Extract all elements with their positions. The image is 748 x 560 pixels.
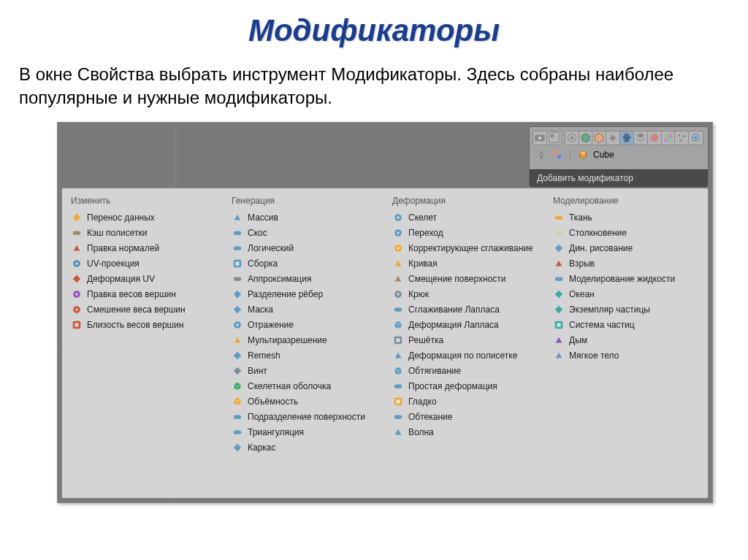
modifier-item-edge-split[interactable]: Разделение рёбер bbox=[229, 287, 381, 302]
multires-icon bbox=[232, 334, 243, 346]
svg-point-24 bbox=[75, 309, 78, 312]
tab-layers-icon[interactable] bbox=[547, 131, 561, 145]
normals-edit-icon bbox=[71, 242, 83, 254]
tab-world-icon[interactable] bbox=[579, 131, 593, 145]
pin-icon[interactable] bbox=[535, 149, 547, 161]
modifier-menu: ИзменитьПеренос данныхКэш полисеткиПравк… bbox=[61, 188, 709, 499]
modifier-item-smooth[interactable]: Гладко bbox=[389, 394, 541, 410]
particle-system-icon bbox=[553, 319, 565, 331]
modifier-item-remesh[interactable]: Remesh bbox=[229, 348, 381, 364]
menu-column: ДеформацияСкелетПереходКорректирующее сг… bbox=[385, 193, 546, 494]
edge-split-icon bbox=[232, 288, 243, 300]
modifier-item-mesh-deform[interactable]: Деформация по полисетке bbox=[389, 348, 541, 364]
svg-rect-34 bbox=[234, 415, 242, 419]
modifier-item-explode[interactable]: Взрыв bbox=[550, 256, 702, 272]
svg-rect-53 bbox=[555, 277, 563, 281]
vert-weight-prox-icon bbox=[71, 319, 83, 331]
modifier-item-vert-weight-edit[interactable]: Правка весов вершин bbox=[68, 287, 220, 302]
modifier-item-mirror[interactable]: Отражение bbox=[229, 318, 381, 333]
modifier-item-wireframe[interactable]: Каркас bbox=[229, 440, 381, 456]
tab-data-icon[interactable] bbox=[634, 131, 648, 145]
modifier-item-build[interactable]: Сборка bbox=[229, 256, 381, 272]
modifier-item-laplacian-deform[interactable]: Деформация Лапласа bbox=[389, 318, 541, 333]
column-header: Моделирование bbox=[550, 193, 702, 210]
modifier-item-curve[interactable]: Кривая bbox=[389, 256, 541, 272]
modifier-item-mask[interactable]: Маска bbox=[229, 302, 381, 318]
explode-icon bbox=[553, 258, 565, 269]
modifier-item-skin[interactable]: Скелетная оболочка bbox=[229, 379, 381, 394]
svg-point-6 bbox=[581, 134, 589, 142]
svg-rect-55 bbox=[557, 323, 560, 327]
modifier-item-corrective-smooth[interactable]: Корректирующее сглаживание bbox=[389, 241, 541, 256]
modifier-item-boolean[interactable]: Логический bbox=[229, 241, 381, 256]
modifier-item-cast[interactable]: Переход bbox=[389, 226, 541, 241]
vert-weight-edit-icon bbox=[71, 288, 83, 300]
ocean-icon bbox=[553, 288, 565, 300]
tab-physics-icon[interactable] bbox=[689, 131, 703, 145]
svg-rect-27 bbox=[234, 231, 242, 235]
mesh-deform-icon bbox=[392, 350, 404, 361]
modifier-item-decimate[interactable]: Аппроксимация bbox=[229, 272, 381, 287]
modifier-item-uv-warp[interactable]: Деформация UV bbox=[68, 272, 220, 287]
tab-modifiers-icon[interactable] bbox=[620, 131, 634, 145]
modifier-item-fluid[interactable]: Моделирование жидкости bbox=[550, 272, 702, 287]
particle-instance-icon bbox=[553, 304, 565, 315]
modifier-label: Мультиразрешение bbox=[248, 335, 327, 345]
modifier-item-screw[interactable]: Винт bbox=[229, 364, 381, 379]
modifier-item-triangulate[interactable]: Триангуляция bbox=[229, 425, 381, 440]
modifier-item-particle-system[interactable]: Система частиц bbox=[550, 318, 702, 333]
modifier-item-lattice[interactable]: Решётка bbox=[389, 333, 541, 348]
modifier-label: Корректирующее сглаживание bbox=[408, 243, 533, 253]
modifier-label: Простая деформация bbox=[408, 381, 497, 391]
tab-render-icon[interactable] bbox=[533, 131, 547, 145]
modifier-item-subsurf[interactable]: Подразделение поверхности bbox=[229, 410, 381, 425]
tab-particles-icon[interactable] bbox=[675, 131, 689, 145]
svg-rect-28 bbox=[234, 247, 242, 250]
modifier-label: Каркас bbox=[248, 442, 276, 453]
tab-object-icon[interactable] bbox=[592, 131, 606, 145]
modifier-item-normals-edit[interactable]: Правка нормалей bbox=[68, 241, 220, 256]
modifier-label: Смешение веса вершин bbox=[87, 304, 186, 315]
modifier-item-wave[interactable]: Волна bbox=[389, 425, 541, 440]
tab-constraints-icon[interactable] bbox=[606, 131, 620, 145]
column-header: Изменить bbox=[68, 193, 220, 210]
modifier-item-data-transfer[interactable]: Перенос данных bbox=[68, 210, 220, 226]
bevel-icon bbox=[232, 227, 243, 239]
modifier-item-cloth[interactable]: Ткань bbox=[550, 210, 702, 226]
modifier-item-uv-project[interactable]: UV-проекция bbox=[68, 256, 220, 272]
modifier-item-hook[interactable]: Крюк bbox=[389, 287, 541, 302]
modifier-item-laplacian-smooth[interactable]: Сглаживание Лапласа bbox=[389, 302, 541, 318]
modifier-label: Океан bbox=[569, 289, 595, 299]
modifier-item-warp[interactable]: Обтекание bbox=[389, 410, 541, 425]
modifier-item-solidify[interactable]: Объёмность bbox=[229, 394, 381, 410]
modifier-item-particle-instance[interactable]: Экземпляр частицы bbox=[550, 302, 702, 318]
tab-texture-icon[interactable] bbox=[662, 131, 676, 145]
modifier-item-collision[interactable]: Столкновение bbox=[550, 226, 702, 241]
modifier-item-multires[interactable]: Мультиразрешение bbox=[229, 333, 381, 348]
modifier-label: Взрыв bbox=[569, 258, 595, 269]
svg-rect-10 bbox=[668, 138, 673, 142]
modifier-item-soft-body[interactable]: Мягкое тело bbox=[550, 348, 702, 364]
modifier-item-mesh-cache[interactable]: Кэш полисетки bbox=[68, 226, 220, 241]
modifier-item-armature[interactable]: Скелет bbox=[389, 210, 541, 226]
modifier-item-ocean[interactable]: Океан bbox=[550, 287, 702, 302]
modifier-item-simple-deform[interactable]: Простая деформация bbox=[389, 379, 541, 394]
modifier-item-smoke[interactable]: Дым bbox=[550, 333, 702, 348]
modifier-item-dynamic-paint[interactable]: Дин. рисование bbox=[550, 241, 702, 256]
screw-icon bbox=[232, 365, 243, 377]
modifier-item-shrinkwrap[interactable]: Обтягивание bbox=[389, 364, 541, 379]
curve-icon bbox=[392, 258, 404, 269]
modifier-item-displace[interactable]: Смещение поверхности bbox=[389, 272, 541, 287]
svg-point-17 bbox=[557, 155, 561, 158]
cube-icon bbox=[577, 149, 589, 161]
modifier-item-array[interactable]: Массив bbox=[229, 210, 381, 226]
description-text: В окне Свойства выбрать инструмент Модиф… bbox=[19, 63, 729, 110]
modifier-item-vert-weight-prox[interactable]: Близость весов вершин bbox=[68, 318, 220, 333]
add-modifier-dropdown[interactable]: Добавить модификатор bbox=[530, 169, 708, 187]
modifier-item-bevel[interactable]: Скос bbox=[229, 226, 381, 241]
tab-scene-icon[interactable] bbox=[565, 131, 579, 145]
modifier-label: Моделирование жидкости bbox=[569, 274, 675, 284]
modifier-item-vert-weight-mix[interactable]: Смешение веса вершин bbox=[68, 302, 220, 318]
decimate-icon bbox=[232, 273, 243, 285]
tab-material-icon[interactable] bbox=[648, 131, 662, 145]
